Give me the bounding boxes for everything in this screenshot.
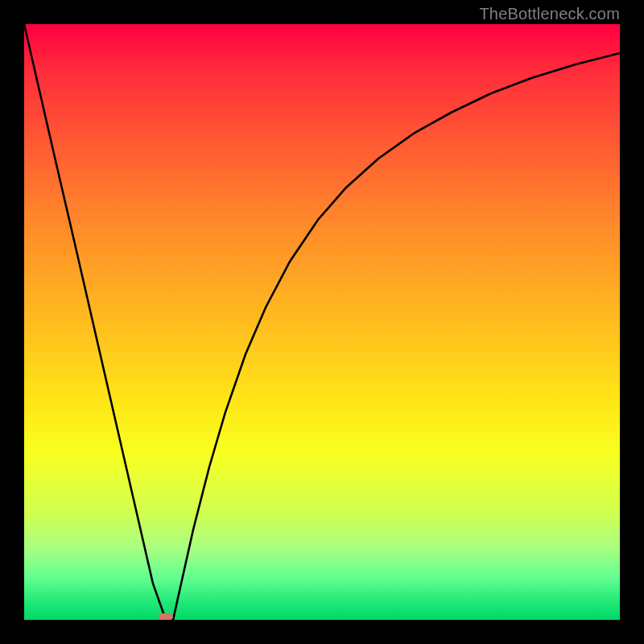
bottleneck-curve — [24, 24, 620, 620]
watermark-text: TheBottleneck.com — [479, 5, 620, 23]
optimal-marker — [159, 613, 173, 620]
chart-frame: TheBottleneck.com — [0, 0, 644, 644]
plot-area — [24, 24, 620, 620]
